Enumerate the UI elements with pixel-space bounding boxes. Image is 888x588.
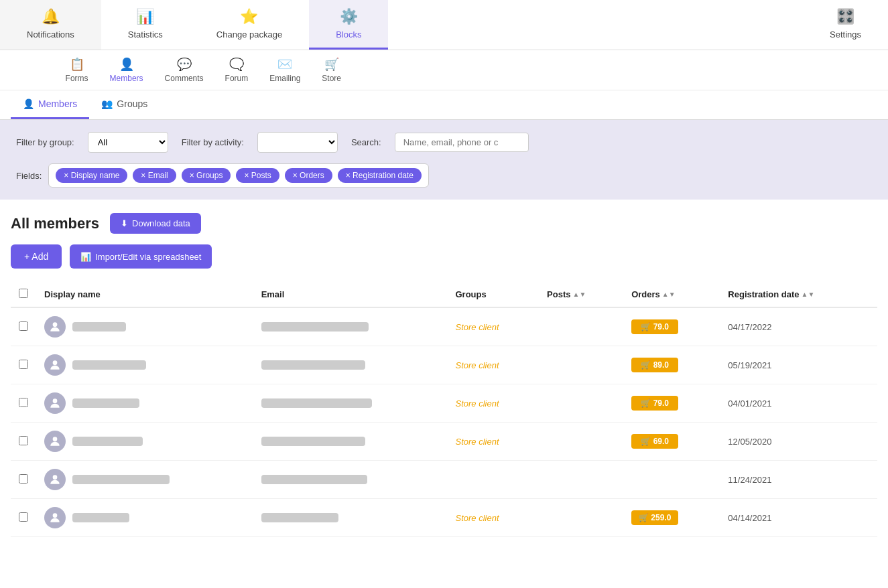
member-email	[261, 475, 367, 484]
forum-icon: 🗨️	[229, 57, 244, 72]
member-name[interactable]	[72, 398, 139, 408]
nav-blocks[interactable]: ⚙️ Blocks	[309, 0, 388, 50]
member-name[interactable]	[72, 475, 170, 484]
member-name-cell	[36, 461, 253, 499]
table-row: Store client🛒 79.004/17/2022	[11, 307, 877, 346]
members-sub-icon: 👤	[119, 57, 134, 72]
group-filter-select[interactable]: All Store client Admin Moderator	[88, 132, 168, 153]
col-posts[interactable]: Posts ▲▼	[539, 282, 623, 307]
group-label: Store client	[456, 513, 499, 523]
member-group-cell	[448, 461, 540, 499]
field-tag-posts[interactable]: × Posts	[236, 168, 279, 183]
group-label: Store client	[456, 360, 499, 370]
nav-blocks-label: Blocks	[336, 29, 361, 40]
field-tag-email[interactable]: × Email	[133, 168, 176, 183]
subnav-store-label: Store	[322, 74, 341, 83]
member-orders-cell: 🛒 89.0	[623, 346, 720, 384]
col-email: Email	[253, 282, 448, 307]
subnav-forum[interactable]: 🗨️ Forum	[214, 54, 259, 86]
subnav-members-label: Members	[110, 74, 143, 83]
member-email-cell	[253, 461, 448, 499]
field-tag-orders[interactable]: × Orders	[285, 168, 332, 183]
order-badge: 🛒 79.0	[631, 319, 678, 334]
group-label: Store client	[456, 437, 499, 447]
member-posts-cell	[539, 461, 623, 499]
nav-change-package[interactable]: ⭐ Change package	[190, 0, 309, 50]
svg-point-2	[53, 398, 58, 403]
member-posts-cell	[539, 499, 623, 537]
field-tag-registration-date[interactable]: × Registration date	[338, 168, 422, 183]
import-spreadsheet-button[interactable]: 📊 Import/Edit via spreadsheet	[70, 244, 212, 269]
tabs: 👤 Members 👥 Groups	[0, 90, 888, 120]
member-posts-cell	[539, 346, 623, 384]
member-date-cell: 04/01/2021	[720, 384, 877, 423]
nav-settings[interactable]: 🎛️ Settings	[803, 0, 888, 50]
filter-bar: Filter by group: All Store client Admin …	[0, 120, 888, 200]
avatar	[44, 431, 66, 452]
svg-point-5	[53, 513, 58, 518]
col-registration-date[interactable]: Registration date ▲▼	[720, 282, 877, 307]
order-badge: 🛒 69.0	[631, 434, 678, 449]
member-group-cell: Store client	[448, 307, 540, 346]
members-title: All members	[11, 215, 99, 232]
member-name[interactable]	[72, 437, 143, 446]
row-checkbox[interactable]	[19, 360, 28, 369]
search-input[interactable]	[395, 133, 529, 152]
add-member-button[interactable]: + Add	[11, 244, 62, 269]
nav-notifications[interactable]: 🔔 Notifications	[0, 0, 101, 50]
table-row: 11/24/2021	[11, 461, 877, 499]
col-display-name: Display name	[36, 282, 253, 307]
store-icon: 🛒	[324, 57, 339, 72]
posts-sort-arrows: ▲▼	[572, 291, 586, 298]
member-name[interactable]	[72, 360, 146, 370]
avatar	[44, 507, 66, 528]
row-checkbox[interactable]	[19, 321, 28, 331]
download-data-button[interactable]: ⬇ Download data	[110, 213, 201, 234]
avatar	[44, 316, 66, 338]
avatar	[44, 354, 66, 376]
order-badge: 🛒 259.0	[631, 510, 678, 525]
member-name-cell	[36, 384, 253, 423]
activity-filter-select[interactable]: Active Inactive	[257, 132, 338, 153]
fields-label: Fields:	[16, 171, 42, 181]
subnav-forms[interactable]: 📋 Forms	[55, 54, 99, 86]
subnav-emailing[interactable]: ✉️ Emailing	[259, 54, 311, 86]
tab-members[interactable]: 👤 Members	[11, 90, 89, 119]
svg-point-0	[53, 322, 58, 327]
orders-sort-arrows: ▲▼	[662, 291, 676, 298]
member-orders-cell	[623, 461, 720, 499]
nav-statistics[interactable]: 📊 Statistics	[101, 0, 190, 50]
row-checkbox[interactable]	[19, 474, 28, 484]
row-checkbox[interactable]	[19, 512, 28, 522]
select-all-checkbox[interactable]	[19, 289, 28, 298]
member-name[interactable]	[72, 513, 129, 522]
subnav-comments-label: Comments	[165, 74, 204, 83]
subnav-comments[interactable]: 💬 Comments	[154, 54, 214, 86]
member-name[interactable]	[72, 322, 126, 332]
member-name-cell	[36, 499, 253, 537]
subnav-forum-label: Forum	[225, 74, 249, 83]
subnav-emailing-label: Emailing	[269, 74, 300, 83]
field-tag-display-name[interactable]: × Display name	[56, 168, 127, 183]
subnav-store[interactable]: 🛒 Store	[311, 54, 352, 86]
sub-nav: 📋 Forms 👤 Members 💬 Comments 🗨️ Forum ✉️…	[0, 50, 888, 90]
order-badge: 🛒 79.0	[631, 396, 678, 411]
field-tag-groups[interactable]: × Groups	[182, 168, 231, 183]
member-orders-cell: 🛒 259.0	[623, 499, 720, 537]
member-name-cell	[36, 346, 253, 384]
tab-members-label: Members	[38, 98, 77, 109]
members-table: Display name Email Groups Posts ▲▼ Orde	[11, 282, 877, 537]
member-date-cell: 04/14/2021	[720, 499, 877, 537]
row-checkbox[interactable]	[19, 436, 28, 445]
main-content: All members ⬇ Download data + Add 📊 Impo…	[0, 200, 888, 550]
row-checkbox[interactable]	[19, 398, 28, 407]
member-email	[261, 322, 369, 332]
col-orders[interactable]: Orders ▲▼	[623, 282, 720, 307]
svg-point-1	[53, 360, 58, 365]
member-name-cell	[36, 423, 253, 461]
download-icon: ⬇	[121, 218, 128, 228]
subnav-members[interactable]: 👤 Members	[99, 54, 154, 86]
col-groups: Groups	[448, 282, 540, 307]
member-group-cell: Store client	[448, 346, 540, 384]
tab-groups[interactable]: 👥 Groups	[89, 90, 160, 119]
